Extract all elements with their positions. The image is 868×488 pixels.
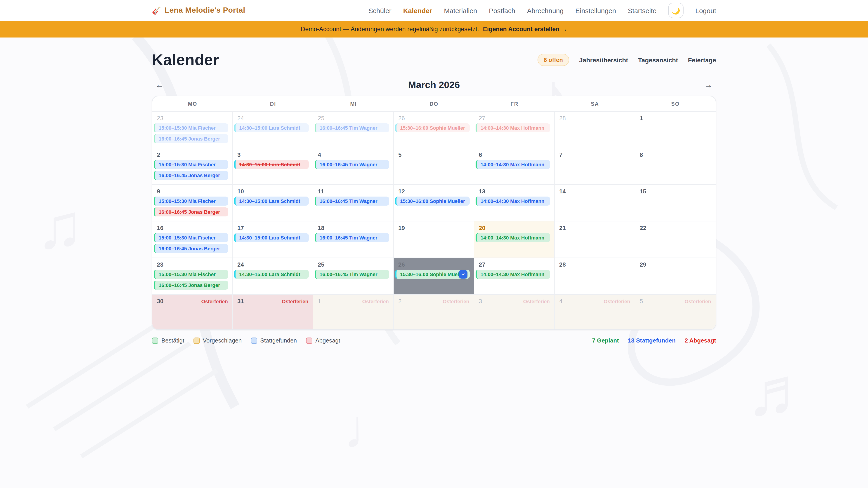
app-logo[interactable]: 🎸 Lena Melodie's Portal xyxy=(152,6,245,15)
event-pill-bestaetigt[interactable]: 14:00–14:30 Max Hoffmann xyxy=(475,270,550,279)
day-cell-5[interactable]: 5Osterferien xyxy=(635,295,716,329)
event-pill-abgesagt[interactable]: 14:30–15:00 Lara Schmidt xyxy=(234,160,309,169)
day-cell-18[interactable]: 1816:00–16:45 Tim Wagner xyxy=(313,221,394,258)
day-cell-10[interactable]: 1014:30–15:00 Lara Schmidt xyxy=(233,185,313,221)
event-pill-stattgefunden[interactable]: 14:30–15:00 Lara Schmidt xyxy=(234,197,309,205)
day-cell-23[interactable]: 2315:00–15:30 Mia Fischer16:00–16:45 Jon… xyxy=(152,258,233,294)
day-cell-2[interactable]: 215:00–15:30 Mia Fischer16:00–16:45 Jona… xyxy=(152,148,233,184)
event-pill-stattgefunden[interactable]: 16:00–16:45 Tim Wagner xyxy=(315,197,389,205)
nav-item-startseite[interactable]: Startseite xyxy=(628,6,656,14)
day-cell-26[interactable]: 2615:30–16:00 Sophie Mueller xyxy=(394,111,474,148)
day-cell-30[interactable]: 30Osterferien xyxy=(152,295,233,329)
day-cell-27[interactable]: 2714:00–14:30 Max Hoffmann xyxy=(474,111,555,148)
event-pill-abgesagt[interactable]: 15:30–16:00 Sophie Mueller xyxy=(395,123,470,132)
event-wrapper: 15:00–15:30 Mia Fischer xyxy=(152,123,232,132)
nav-item-schler[interactable]: Schüler xyxy=(368,6,392,14)
day-cell-1[interactable]: 1 xyxy=(635,111,716,148)
view-link-tagesansicht[interactable]: Tagesansicht xyxy=(638,56,678,64)
day-cell-28[interactable]: 28 xyxy=(555,258,635,294)
event-pill-abgesagt[interactable]: 16:00–16:45 Jonas Berger xyxy=(154,207,228,217)
day-cell-4[interactable]: 4Osterferien xyxy=(555,295,635,329)
view-link-feiertage[interactable]: Feiertage xyxy=(688,56,716,64)
day-cell-3[interactable]: 3Osterferien xyxy=(474,295,555,329)
day-cell-26-selected[interactable]: 2615:30–16:00 Sophie Mueller✓ xyxy=(394,258,474,294)
day-number: 15 xyxy=(635,185,716,197)
day-cell-25[interactable]: 2516:00–16:45 Tim Wagner xyxy=(313,111,394,148)
day-cell-29[interactable]: 29 xyxy=(635,258,716,294)
event-pill-stattgefunden[interactable]: 15:00–15:30 Mia Fischer xyxy=(154,197,228,205)
weekday-header: SA xyxy=(555,101,635,106)
day-cell-15[interactable]: 15 xyxy=(635,185,716,221)
theme-toggle-button[interactable]: 🌙 xyxy=(668,3,684,18)
event-pill-stattgefunden[interactable]: 16:00–16:45 Tim Wagner xyxy=(315,233,389,242)
event-pill-bestaetigt[interactable]: 14:00–14:30 Max Hoffmann xyxy=(475,233,550,242)
day-cell-13[interactable]: 1314:00–14:30 Max Hoffmann xyxy=(474,185,555,221)
nav-item-materialien[interactable]: Materialien xyxy=(444,6,477,14)
event-pill-stattgefunden[interactable]: 16:00–16:45 Tim Wagner xyxy=(315,123,389,132)
event-pill-stattgefunden[interactable]: 15:00–15:30 Mia Fischer xyxy=(154,160,228,169)
day-cell-17[interactable]: 1714:30–15:00 Lara Schmidt xyxy=(233,221,313,258)
legend-swatch-vorgeschlagen xyxy=(193,337,199,344)
day-cell-6[interactable]: 614:00–14:30 Max Hoffmann xyxy=(474,148,555,184)
event-pill-stattgefunden[interactable]: 15:00–15:30 Mia Fischer xyxy=(154,123,228,132)
event-pill-abgesagt[interactable]: 14:00–14:30 Max Hoffmann xyxy=(475,123,550,132)
day-cell-25[interactable]: 2516:00–16:45 Tim Wagner xyxy=(313,258,394,294)
open-count-badge[interactable]: 6 offen xyxy=(537,54,569,66)
event-pill-stattgefunden[interactable]: 14:30–15:00 Lara Schmidt xyxy=(234,123,309,132)
previous-month-button[interactable]: ← xyxy=(152,80,167,90)
event-wrapper: 15:30–16:00 Sophie Mueller xyxy=(394,197,474,205)
day-cell-11[interactable]: 1116:00–16:45 Tim Wagner xyxy=(313,185,394,221)
event-pill-stattgefunden[interactable]: 14:00–14:30 Max Hoffmann xyxy=(475,160,550,169)
confirm-check-button[interactable]: ✓ xyxy=(459,270,467,279)
event-wrapper: 14:00–14:30 Max Hoffmann xyxy=(474,123,554,132)
day-cell-24[interactable]: 2414:30–15:00 Lara Schmidt xyxy=(233,111,313,148)
stat-geplant: 7 Geplant xyxy=(592,337,619,344)
event-pill-stattgefunden[interactable]: 14:00–14:30 Max Hoffmann xyxy=(475,197,550,205)
event-pill-stattgefunden[interactable]: 15:00–15:30 Mia Fischer xyxy=(154,233,228,242)
event-pill-stattgefunden[interactable]: 16:00–16:45 Jonas Berger xyxy=(154,244,228,253)
view-link-jahresuebersicht[interactable]: Jahresübersicht xyxy=(579,56,628,64)
day-cell-24[interactable]: 2414:30–15:00 Lara Schmidt xyxy=(233,258,313,294)
nav-item-abrechnung[interactable]: Abrechnung xyxy=(527,6,564,14)
day-cell-14[interactable]: 14 xyxy=(555,185,635,221)
day-cell-4[interactable]: 416:00–16:45 Tim Wagner xyxy=(313,148,394,184)
day-cell-7[interactable]: 7 xyxy=(555,148,635,184)
day-cell-8[interactable]: 8 xyxy=(635,148,716,184)
event-pill-bestaetigt[interactable]: 14:30–15:00 Lara Schmidt xyxy=(234,270,309,279)
nav-item-postfach[interactable]: Postfach xyxy=(489,6,515,14)
day-cell-1[interactable]: 1Osterferien xyxy=(313,295,394,329)
day-cell-27[interactable]: 2714:00–14:30 Max Hoffmann xyxy=(474,258,555,294)
nav-item-kalender[interactable]: Kalender xyxy=(403,6,432,14)
event-pill-stattgefunden[interactable]: 15:30–16:00 Sophie Mueller xyxy=(395,197,470,205)
month-label: March 2026 xyxy=(167,79,701,90)
day-cell-23[interactable]: 2315:00–15:30 Mia Fischer16:00–16:45 Jon… xyxy=(152,111,233,148)
day-cell-9[interactable]: 915:00–15:30 Mia Fischer16:00–16:45 Jona… xyxy=(152,185,233,221)
event-pill-bestaetigt[interactable]: 16:00–16:45 Tim Wagner xyxy=(315,270,389,279)
event-wrapper: 16:00–16:45 Jonas Berger xyxy=(152,281,232,290)
day-cell-3[interactable]: 314:30–15:00 Lara Schmidt xyxy=(233,148,313,184)
event-pill-bestaetigt[interactable]: 15:30–16:00 Sophie Mueller xyxy=(395,270,470,279)
event-pill-stattgefunden[interactable]: 16:00–16:45 Jonas Berger xyxy=(154,134,228,143)
day-cell-22[interactable]: 22 xyxy=(635,221,716,258)
day-cell-28[interactable]: 28 xyxy=(555,111,635,148)
nav-item-einstellungen[interactable]: Einstellungen xyxy=(575,6,616,14)
day-cell-5[interactable]: 5 xyxy=(394,148,474,184)
day-cell-19[interactable]: 19 xyxy=(394,221,474,258)
holiday-week-row: 30Osterferien31Osterferien1Osterferien2O… xyxy=(152,294,716,329)
event-pill-bestaetigt[interactable]: 16:00–16:45 Jonas Berger xyxy=(154,281,228,290)
create-account-link[interactable]: Eigenen Account erstellen → xyxy=(483,26,567,33)
day-cell-21[interactable]: 21 xyxy=(555,221,635,258)
music-note-decoration: ♬ xyxy=(746,352,814,431)
day-cell-2[interactable]: 2Osterferien xyxy=(394,295,474,329)
event-pill-stattgefunden[interactable]: 16:00–16:45 Tim Wagner xyxy=(315,160,389,169)
day-cell-12[interactable]: 1215:30–16:00 Sophie Mueller xyxy=(394,185,474,221)
next-month-button[interactable]: → xyxy=(701,80,716,90)
event-pill-stattgefunden[interactable]: 16:00–16:45 Jonas Berger xyxy=(154,171,228,180)
day-cell-20-today[interactable]: 2014:00–14:30 Max Hoffmann xyxy=(474,221,555,258)
event-pill-stattgefunden[interactable]: 14:30–15:00 Lara Schmidt xyxy=(234,233,309,242)
weekday-header-row: MODIMIDOFRSASO xyxy=(152,96,716,111)
logout-link[interactable]: Logout xyxy=(695,6,716,14)
day-cell-31[interactable]: 31Osterferien xyxy=(233,295,313,329)
day-cell-16[interactable]: 1615:00–15:30 Mia Fischer16:00–16:45 Jon… xyxy=(152,221,233,258)
event-pill-bestaetigt[interactable]: 15:00–15:30 Mia Fischer xyxy=(154,270,228,279)
